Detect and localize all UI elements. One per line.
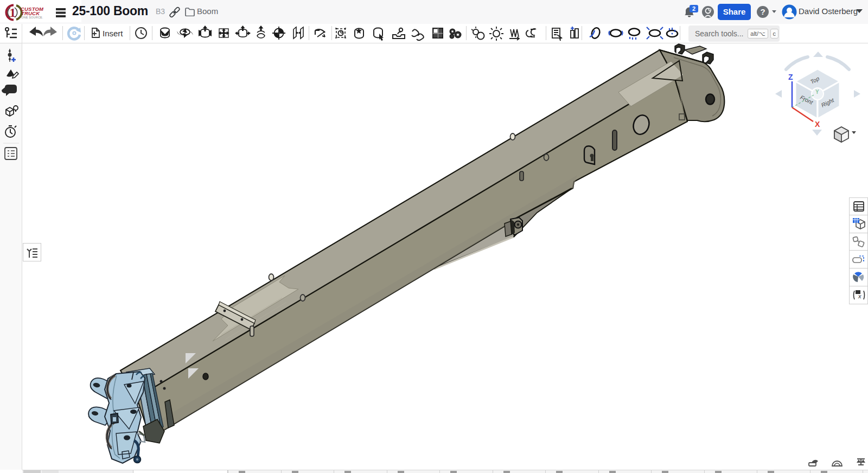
svg-text:Insert: Insert bbox=[103, 29, 123, 38]
svg-text:Z: Z bbox=[788, 73, 793, 81]
svg-text:ONE SOURCE.: ONE SOURCE. bbox=[21, 16, 43, 19]
svg-text:Y: Y bbox=[815, 89, 819, 95]
svg-text:X: X bbox=[815, 120, 820, 129]
svg-text:x: x bbox=[858, 293, 861, 299]
svg-text:1: 1 bbox=[10, 6, 16, 20]
svg-text:?: ? bbox=[760, 7, 765, 16]
svg-text:2: 2 bbox=[692, 5, 695, 12]
